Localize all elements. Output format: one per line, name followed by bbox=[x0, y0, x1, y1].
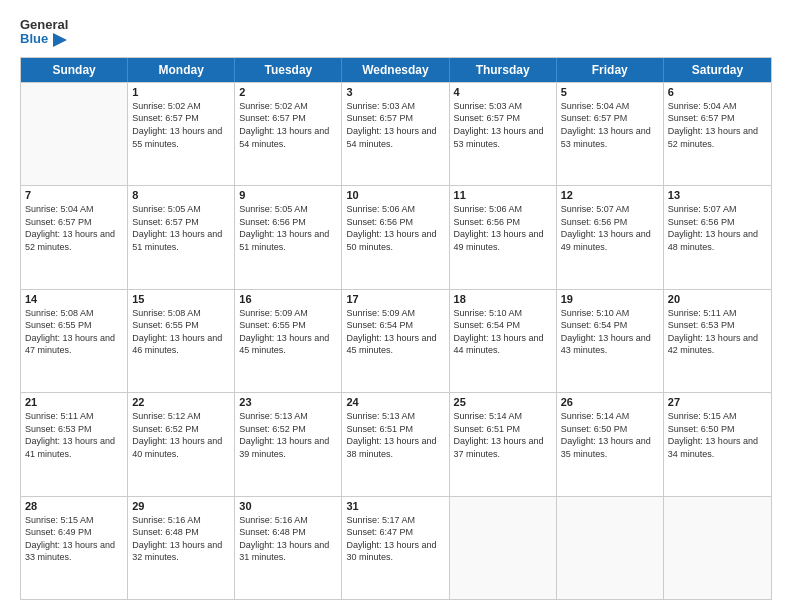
day-info: Sunrise: 5:05 AMSunset: 6:56 PMDaylight:… bbox=[239, 203, 337, 253]
calendar-cell: 18Sunrise: 5:10 AMSunset: 6:54 PMDayligh… bbox=[450, 290, 557, 392]
calendar-cell: 10Sunrise: 5:06 AMSunset: 6:56 PMDayligh… bbox=[342, 186, 449, 288]
day-number: 18 bbox=[454, 293, 552, 305]
day-number: 1 bbox=[132, 86, 230, 98]
calendar-cell: 31Sunrise: 5:17 AMSunset: 6:47 PMDayligh… bbox=[342, 497, 449, 599]
calendar-cell: 24Sunrise: 5:13 AMSunset: 6:51 PMDayligh… bbox=[342, 393, 449, 495]
day-number: 12 bbox=[561, 189, 659, 201]
day-number: 9 bbox=[239, 189, 337, 201]
day-number: 8 bbox=[132, 189, 230, 201]
day-info: Sunrise: 5:02 AMSunset: 6:57 PMDaylight:… bbox=[132, 100, 230, 150]
day-info: Sunrise: 5:11 AMSunset: 6:53 PMDaylight:… bbox=[25, 410, 123, 460]
calendar-cell: 15Sunrise: 5:08 AMSunset: 6:55 PMDayligh… bbox=[128, 290, 235, 392]
calendar-week: 21Sunrise: 5:11 AMSunset: 6:53 PMDayligh… bbox=[21, 392, 771, 495]
day-info: Sunrise: 5:06 AMSunset: 6:56 PMDaylight:… bbox=[346, 203, 444, 253]
day-info: Sunrise: 5:07 AMSunset: 6:56 PMDaylight:… bbox=[561, 203, 659, 253]
blue-arrow-icon bbox=[53, 33, 67, 47]
day-info: Sunrise: 5:15 AMSunset: 6:50 PMDaylight:… bbox=[668, 410, 767, 460]
calendar-cell: 7Sunrise: 5:04 AMSunset: 6:57 PMDaylight… bbox=[21, 186, 128, 288]
day-info: Sunrise: 5:05 AMSunset: 6:57 PMDaylight:… bbox=[132, 203, 230, 253]
calendar-cell: 12Sunrise: 5:07 AMSunset: 6:56 PMDayligh… bbox=[557, 186, 664, 288]
calendar-cell: 19Sunrise: 5:10 AMSunset: 6:54 PMDayligh… bbox=[557, 290, 664, 392]
day-info: Sunrise: 5:14 AMSunset: 6:50 PMDaylight:… bbox=[561, 410, 659, 460]
calendar-week: 1Sunrise: 5:02 AMSunset: 6:57 PMDaylight… bbox=[21, 82, 771, 185]
calendar-cell: 1Sunrise: 5:02 AMSunset: 6:57 PMDaylight… bbox=[128, 83, 235, 185]
day-info: Sunrise: 5:03 AMSunset: 6:57 PMDaylight:… bbox=[346, 100, 444, 150]
day-number: 2 bbox=[239, 86, 337, 98]
day-number: 26 bbox=[561, 396, 659, 408]
calendar-body: 1Sunrise: 5:02 AMSunset: 6:57 PMDaylight… bbox=[21, 82, 771, 599]
calendar-cell: 13Sunrise: 5:07 AMSunset: 6:56 PMDayligh… bbox=[664, 186, 771, 288]
day-of-week-header: Thursday bbox=[450, 58, 557, 82]
day-number: 31 bbox=[346, 500, 444, 512]
calendar-header-row: SundayMondayTuesdayWednesdayThursdayFrid… bbox=[21, 58, 771, 82]
day-of-week-header: Monday bbox=[128, 58, 235, 82]
calendar-cell: 5Sunrise: 5:04 AMSunset: 6:57 PMDaylight… bbox=[557, 83, 664, 185]
calendar-week: 7Sunrise: 5:04 AMSunset: 6:57 PMDaylight… bbox=[21, 185, 771, 288]
calendar-cell: 28Sunrise: 5:15 AMSunset: 6:49 PMDayligh… bbox=[21, 497, 128, 599]
calendar-cell: 27Sunrise: 5:15 AMSunset: 6:50 PMDayligh… bbox=[664, 393, 771, 495]
day-number: 21 bbox=[25, 396, 123, 408]
day-of-week-header: Sunday bbox=[21, 58, 128, 82]
calendar-cell: 17Sunrise: 5:09 AMSunset: 6:54 PMDayligh… bbox=[342, 290, 449, 392]
day-info: Sunrise: 5:04 AMSunset: 6:57 PMDaylight:… bbox=[668, 100, 767, 150]
logo: General Blue bbox=[20, 18, 68, 47]
calendar-cell: 14Sunrise: 5:08 AMSunset: 6:55 PMDayligh… bbox=[21, 290, 128, 392]
calendar: SundayMondayTuesdayWednesdayThursdayFrid… bbox=[20, 57, 772, 600]
day-info: Sunrise: 5:04 AMSunset: 6:57 PMDaylight:… bbox=[25, 203, 123, 253]
day-info: Sunrise: 5:13 AMSunset: 6:52 PMDaylight:… bbox=[239, 410, 337, 460]
calendar-cell: 6Sunrise: 5:04 AMSunset: 6:57 PMDaylight… bbox=[664, 83, 771, 185]
calendar-cell bbox=[21, 83, 128, 185]
day-info: Sunrise: 5:03 AMSunset: 6:57 PMDaylight:… bbox=[454, 100, 552, 150]
day-info: Sunrise: 5:02 AMSunset: 6:57 PMDaylight:… bbox=[239, 100, 337, 150]
day-number: 27 bbox=[668, 396, 767, 408]
calendar-cell: 22Sunrise: 5:12 AMSunset: 6:52 PMDayligh… bbox=[128, 393, 235, 495]
day-info: Sunrise: 5:08 AMSunset: 6:55 PMDaylight:… bbox=[25, 307, 123, 357]
day-info: Sunrise: 5:10 AMSunset: 6:54 PMDaylight:… bbox=[454, 307, 552, 357]
day-number: 5 bbox=[561, 86, 659, 98]
day-info: Sunrise: 5:06 AMSunset: 6:56 PMDaylight:… bbox=[454, 203, 552, 253]
day-number: 23 bbox=[239, 396, 337, 408]
day-of-week-header: Friday bbox=[557, 58, 664, 82]
day-number: 25 bbox=[454, 396, 552, 408]
svg-marker-0 bbox=[53, 33, 67, 47]
calendar-cell bbox=[450, 497, 557, 599]
day-info: Sunrise: 5:15 AMSunset: 6:49 PMDaylight:… bbox=[25, 514, 123, 564]
calendar-cell: 16Sunrise: 5:09 AMSunset: 6:55 PMDayligh… bbox=[235, 290, 342, 392]
calendar-cell: 29Sunrise: 5:16 AMSunset: 6:48 PMDayligh… bbox=[128, 497, 235, 599]
day-info: Sunrise: 5:12 AMSunset: 6:52 PMDaylight:… bbox=[132, 410, 230, 460]
day-number: 24 bbox=[346, 396, 444, 408]
day-info: Sunrise: 5:16 AMSunset: 6:48 PMDaylight:… bbox=[132, 514, 230, 564]
day-info: Sunrise: 5:09 AMSunset: 6:55 PMDaylight:… bbox=[239, 307, 337, 357]
day-number: 17 bbox=[346, 293, 444, 305]
calendar-cell: 26Sunrise: 5:14 AMSunset: 6:50 PMDayligh… bbox=[557, 393, 664, 495]
day-number: 11 bbox=[454, 189, 552, 201]
day-number: 30 bbox=[239, 500, 337, 512]
day-info: Sunrise: 5:16 AMSunset: 6:48 PMDaylight:… bbox=[239, 514, 337, 564]
calendar-cell: 21Sunrise: 5:11 AMSunset: 6:53 PMDayligh… bbox=[21, 393, 128, 495]
day-of-week-header: Wednesday bbox=[342, 58, 449, 82]
calendar-cell: 23Sunrise: 5:13 AMSunset: 6:52 PMDayligh… bbox=[235, 393, 342, 495]
calendar-cell: 4Sunrise: 5:03 AMSunset: 6:57 PMDaylight… bbox=[450, 83, 557, 185]
day-number: 28 bbox=[25, 500, 123, 512]
calendar-cell: 25Sunrise: 5:14 AMSunset: 6:51 PMDayligh… bbox=[450, 393, 557, 495]
day-number: 22 bbox=[132, 396, 230, 408]
calendar-cell bbox=[557, 497, 664, 599]
page-header: General Blue bbox=[20, 18, 772, 47]
calendar-cell: 20Sunrise: 5:11 AMSunset: 6:53 PMDayligh… bbox=[664, 290, 771, 392]
day-info: Sunrise: 5:07 AMSunset: 6:56 PMDaylight:… bbox=[668, 203, 767, 253]
day-number: 10 bbox=[346, 189, 444, 201]
calendar-cell: 2Sunrise: 5:02 AMSunset: 6:57 PMDaylight… bbox=[235, 83, 342, 185]
day-number: 20 bbox=[668, 293, 767, 305]
calendar-cell bbox=[664, 497, 771, 599]
calendar-cell: 9Sunrise: 5:05 AMSunset: 6:56 PMDaylight… bbox=[235, 186, 342, 288]
day-info: Sunrise: 5:08 AMSunset: 6:55 PMDaylight:… bbox=[132, 307, 230, 357]
day-number: 19 bbox=[561, 293, 659, 305]
calendar-cell: 30Sunrise: 5:16 AMSunset: 6:48 PMDayligh… bbox=[235, 497, 342, 599]
calendar-week: 28Sunrise: 5:15 AMSunset: 6:49 PMDayligh… bbox=[21, 496, 771, 599]
calendar-cell: 8Sunrise: 5:05 AMSunset: 6:57 PMDaylight… bbox=[128, 186, 235, 288]
day-info: Sunrise: 5:10 AMSunset: 6:54 PMDaylight:… bbox=[561, 307, 659, 357]
day-number: 16 bbox=[239, 293, 337, 305]
logo-text: General Blue bbox=[20, 18, 68, 47]
day-info: Sunrise: 5:17 AMSunset: 6:47 PMDaylight:… bbox=[346, 514, 444, 564]
day-info: Sunrise: 5:11 AMSunset: 6:53 PMDaylight:… bbox=[668, 307, 767, 357]
